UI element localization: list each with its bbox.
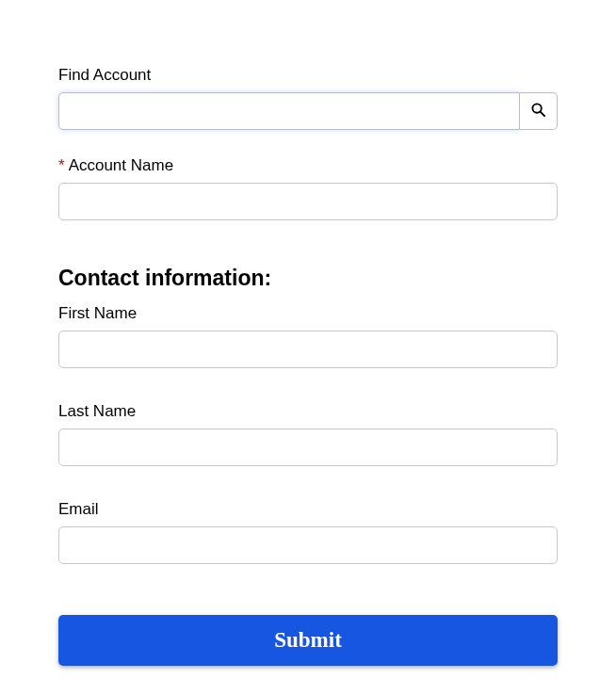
email-label: Email — [58, 500, 558, 519]
required-mark: * — [58, 156, 65, 174]
find-account-input[interactable] — [58, 92, 520, 130]
contact-section-heading: Contact information: — [58, 266, 558, 291]
last-name-label: Last Name — [58, 402, 558, 421]
search-icon — [531, 103, 545, 120]
last-name-input[interactable] — [58, 428, 558, 466]
account-contact-form: Find Account *Account Name Contact infor… — [58, 66, 558, 666]
find-account-row — [58, 92, 558, 130]
account-name-label-text: Account Name — [69, 156, 174, 174]
svg-line-1 — [541, 112, 544, 116]
find-account-group: Find Account — [58, 66, 558, 130]
account-name-input[interactable] — [58, 183, 558, 220]
email-group: Email — [58, 500, 558, 564]
account-name-label: *Account Name — [58, 156, 558, 175]
submit-button[interactable]: Submit — [58, 615, 558, 666]
first-name-label: First Name — [58, 304, 558, 323]
first-name-group: First Name — [58, 304, 558, 368]
last-name-group: Last Name — [58, 402, 558, 466]
find-account-search-button[interactable] — [520, 92, 558, 130]
email-input[interactable] — [58, 526, 558, 564]
account-name-group: *Account Name — [58, 156, 558, 220]
first-name-input[interactable] — [58, 331, 558, 368]
find-account-label: Find Account — [58, 66, 558, 85]
